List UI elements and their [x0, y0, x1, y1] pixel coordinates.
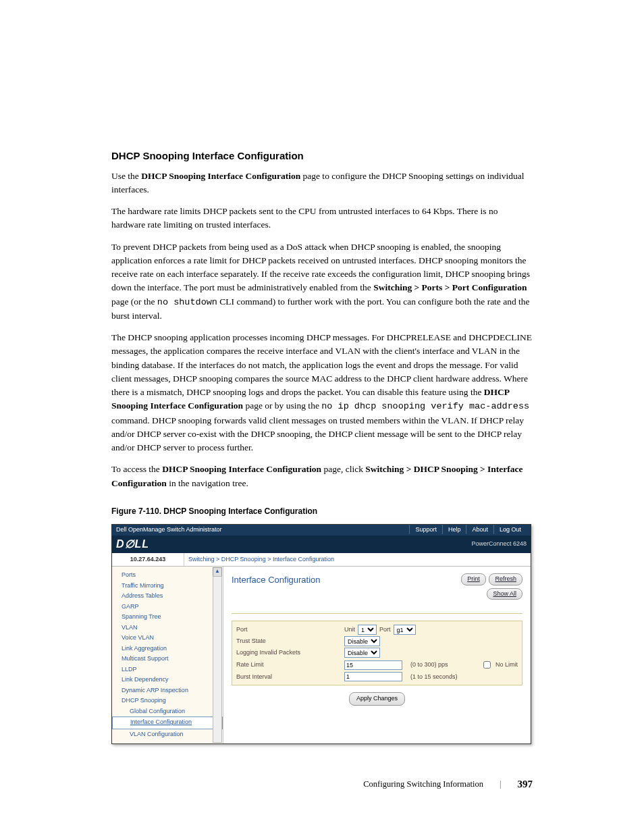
page-footer: Configuring Switching Information | 397: [111, 777, 533, 792]
footer-separator: |: [500, 778, 502, 791]
nav-global-config[interactable]: Global Configuration: [112, 706, 223, 717]
text-bold: DHCP Snooping Interface Configuration: [141, 171, 300, 181]
label-port: Port: [236, 625, 344, 635]
text-bold: Switching > Ports > Port Configuration: [373, 282, 527, 292]
nav-lldp[interactable]: LLDP: [112, 664, 223, 675]
paragraph-1: Use the DHCP Snooping Interface Configur…: [111, 170, 533, 197]
paragraph-4: The DHCP snooping application processes …: [111, 331, 533, 454]
text: The DHCP snooping application processes …: [111, 332, 532, 397]
select-log-invalid[interactable]: Disable: [344, 648, 380, 658]
brand-bar: D∅LL PowerConnect 6248: [112, 536, 531, 553]
window-titlebar: Dell OpenManage Switch Administrator Sup…: [112, 525, 531, 536]
page-number: 397: [518, 777, 533, 792]
nav-dynamic-arp[interactable]: Dynamic ARP Inspection: [112, 685, 223, 696]
text-bold: DHCP Snooping Interface Configuration: [162, 464, 321, 474]
figure-caption: Figure 7-110. DHCP Snooping Interface Co…: [111, 505, 533, 517]
checkbox-no-limit[interactable]: [483, 661, 491, 669]
nav-voice-vlan[interactable]: Voice VLAN: [112, 633, 223, 644]
text-mono: no shutdown: [157, 297, 217, 307]
link-logout[interactable]: Log Out: [493, 525, 527, 534]
label-log-invalid: Logging Invalid Packets: [236, 648, 344, 658]
app-title: Dell OpenManage Switch Administrator: [116, 525, 222, 535]
nav-vlan-config[interactable]: VLAN Configuration: [112, 729, 223, 740]
text-mono: no ip dhcp snooping verify mac-address: [321, 401, 529, 411]
nav-garp[interactable]: GARP: [112, 602, 223, 613]
label-trust-state: Trust State: [236, 637, 344, 646]
model-label: PowerConnect 6248: [471, 540, 527, 549]
label-rate-limit: Rate Limit: [236, 660, 344, 670]
screenshot: Dell OpenManage Switch Administrator Sup…: [111, 524, 531, 744]
select-trust-state[interactable]: Disable: [344, 636, 380, 646]
nav-multicast[interactable]: Multicast Support: [112, 654, 223, 664]
scrollbar-track[interactable]: [213, 576, 222, 743]
text: To access the: [111, 464, 162, 474]
label-no-limit: No Limit: [495, 660, 518, 670]
nav-traffic-mirroring[interactable]: Traffic Mirroring: [112, 581, 223, 592]
input-burst[interactable]: [344, 672, 402, 681]
panel-title: Interface Configuration: [232, 573, 321, 587]
link-about[interactable]: About: [466, 525, 493, 534]
nav-dhcp-snooping[interactable]: DHCP Snooping: [112, 696, 223, 706]
paragraph-5: To access the DHCP Snooping Interface Co…: [111, 463, 533, 490]
text: Use the: [111, 171, 141, 181]
text: page or by using the: [243, 400, 321, 411]
label-port2: Port: [379, 625, 391, 635]
text: page, click: [321, 464, 365, 474]
nav-tree: ▲ Ports Traffic Mirroring Address Tables…: [112, 567, 223, 744]
dell-logo: D∅LL: [116, 536, 149, 552]
nav-interface-config[interactable]: Interface Configuration: [112, 716, 223, 729]
ip-address: 10.27.64.243: [112, 553, 184, 567]
apply-changes-button[interactable]: Apply Changes: [349, 692, 405, 706]
link-support[interactable]: Support: [409, 525, 442, 534]
text: page (or the: [111, 296, 157, 307]
select-port[interactable]: g1: [394, 625, 416, 635]
nav-link-dependency[interactable]: Link Dependency: [112, 675, 223, 685]
nav-ports[interactable]: Ports: [112, 570, 223, 581]
text: in the navigation tree.: [167, 478, 248, 488]
label-burst: Burst Interval: [236, 673, 344, 682]
topbar-links: SupportHelpAboutLog Out: [409, 525, 527, 535]
footer-section: Configuring Switching Information: [363, 778, 483, 791]
show-all-button[interactable]: Show All: [487, 588, 522, 600]
content-panel: Interface Configuration Print Refresh Sh…: [223, 567, 531, 744]
refresh-button[interactable]: Refresh: [489, 573, 522, 585]
input-rate-limit[interactable]: [344, 660, 402, 670]
label-unit: Unit: [344, 625, 355, 635]
breadcrumb[interactable]: Switching > DHCP Snooping > Interface Co…: [184, 553, 338, 567]
form-block: Port Unit 1 Port g1 Trust State Disable: [232, 621, 522, 685]
scroll-up-icon[interactable]: ▲: [213, 567, 222, 577]
text: command. DHCP snooping forwards valid cl…: [111, 415, 524, 453]
sub-bar: 10.27.64.243 Switching > DHCP Snooping >…: [112, 553, 531, 567]
nav-spanning-tree[interactable]: Spanning Tree: [112, 612, 223, 623]
print-button[interactable]: Print: [461, 573, 486, 585]
paragraph-3: To prevent DHCP packets from being used …: [111, 240, 533, 323]
hint-burst: (1 to 15 seconds): [410, 673, 458, 682]
nav-vlan[interactable]: VLAN: [112, 623, 223, 633]
nav-address-tables[interactable]: Address Tables: [112, 591, 223, 602]
select-unit[interactable]: 1: [358, 625, 377, 635]
paragraph-2: The hardware rate limits DHCP packets se…: [111, 205, 533, 232]
section-heading: DHCP Snooping Interface Configuration: [111, 149, 533, 164]
link-help[interactable]: Help: [442, 525, 466, 534]
hint-rate: (0 to 300) pps: [410, 660, 448, 670]
nav-link-aggregation[interactable]: Link Aggregation: [112, 644, 223, 654]
